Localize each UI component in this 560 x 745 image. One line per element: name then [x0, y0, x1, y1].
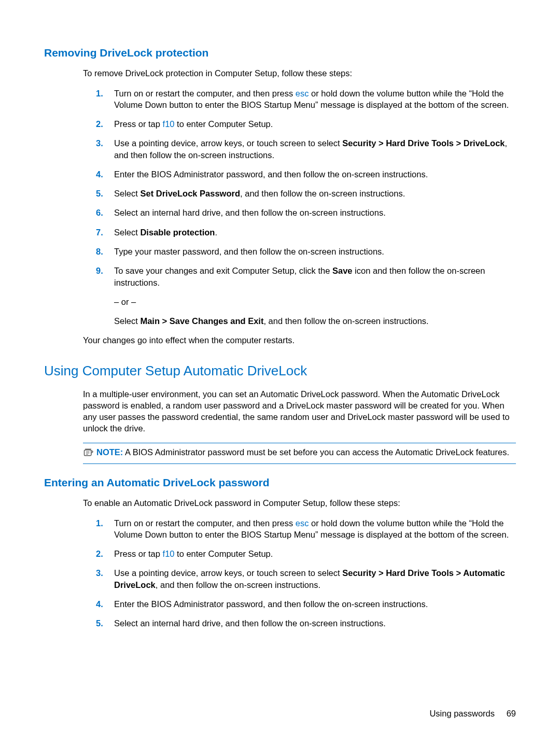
step-9: 9. To save your changes and exit Compute…	[96, 265, 516, 288]
step-text: Enter the BIOS Administrator password, a…	[114, 170, 428, 179]
step-number: 2.	[96, 548, 103, 559]
step-number: 4.	[96, 598, 103, 610]
step-text: Enter the BIOS Administrator password, a…	[114, 599, 428, 609]
note-text: NOTE: A BIOS Administrator password must…	[96, 446, 516, 458]
step-number: 3.	[96, 567, 103, 579]
esc-key: esc	[296, 518, 309, 528]
step-1: 1. Turn on or restart the computer, and …	[96, 88, 516, 111]
step-number: 3.	[96, 137, 103, 149]
f10-key: f10	[163, 119, 175, 129]
page-number: 69	[507, 709, 516, 718]
step-text: Select an internal hard drive, and then …	[114, 208, 386, 217]
section2-intro: In a multiple-user environment, you can …	[83, 388, 516, 434]
step-number: 2.	[96, 118, 103, 130]
esc-key: esc	[296, 89, 309, 98]
footer-label: Using passwords	[429, 709, 495, 718]
step-text: Select Disable protection.	[114, 228, 217, 237]
step-text: Select Set DriveLock Password, and then …	[114, 189, 405, 198]
step-number: 8.	[96, 246, 103, 257]
step-5: 5. Select an internal hard drive, and th…	[96, 617, 516, 629]
step-4: 4. Enter the BIOS Administrator password…	[96, 168, 516, 180]
step-2: 2. Press or tap f10 to enter Computer Se…	[96, 118, 516, 130]
step-7: 7. Select Disable protection.	[96, 227, 516, 238]
step-text: Press or tap f10 to enter Computer Setup…	[114, 549, 273, 558]
note-label: NOTE:	[96, 447, 123, 457]
step-text: Type your master password, and then foll…	[114, 247, 384, 256]
steps-removing-drivelock: 1. Turn on or restart the computer, and …	[96, 88, 516, 288]
step-number: 6.	[96, 207, 103, 218]
step-number: 9.	[96, 265, 103, 276]
step-3: 3. Use a pointing device, arrow keys, or…	[96, 137, 516, 161]
step-9-or: – or –	[114, 296, 516, 307]
step-4: 4. Enter the BIOS Administrator password…	[96, 598, 516, 610]
step-number: 7.	[96, 227, 103, 238]
section1-intro: To remove DriveLock protection in Comput…	[83, 67, 516, 79]
step-number: 4.	[96, 168, 103, 180]
section-auto-drivelock-title: Using Computer Setup Automatic DriveLock	[44, 362, 516, 380]
step-text: To save your changes and exit Computer S…	[114, 266, 485, 287]
step-number: 5.	[96, 617, 103, 629]
step-text: Turn on or restart the computer, and the…	[114, 518, 509, 539]
step-3: 3. Use a pointing device, arrow keys, or…	[96, 567, 516, 591]
f10-key: f10	[163, 549, 175, 558]
note-icon	[83, 447, 93, 460]
step-number: 5.	[96, 188, 103, 199]
step-text: Use a pointing device, arrow keys, or to…	[114, 138, 507, 159]
step-number: 1.	[96, 517, 103, 529]
note-box: NOTE: A BIOS Administrator password must…	[83, 443, 516, 464]
step-2: 2. Press or tap f10 to enter Computer Se…	[96, 548, 516, 559]
steps-entering-auto-drivelock: 1. Turn on or restart the computer, and …	[96, 517, 516, 629]
step-number: 1.	[96, 88, 103, 99]
section-entering-auto-drivelock-title: Entering an Automatic DriveLock password	[44, 475, 516, 490]
section-removing-drivelock-title: Removing DriveLock protection	[44, 46, 516, 60]
section3-intro: To enable an Automatic DriveLock passwor…	[83, 497, 516, 509]
step-9-alt: Select Main > Save Changes and Exit, and…	[114, 315, 516, 327]
step-text: Use a pointing device, arrow keys, or to…	[114, 568, 505, 589]
step-text: Press or tap f10 to enter Computer Setup…	[114, 119, 273, 129]
step-text: Select an internal hard drive, and then …	[114, 619, 386, 628]
section1-closing: Your changes go into effect when the com…	[83, 334, 516, 346]
step-1: 1. Turn on or restart the computer, and …	[96, 517, 516, 541]
step-6: 6. Select an internal hard drive, and th…	[96, 207, 516, 218]
step-text: Turn on or restart the computer, and the…	[114, 89, 509, 109]
step-5: 5. Select Set DriveLock Password, and th…	[96, 188, 516, 199]
page-footer: Using passwords 69	[429, 708, 516, 719]
step-8: 8. Type your master password, and then f…	[96, 246, 516, 257]
